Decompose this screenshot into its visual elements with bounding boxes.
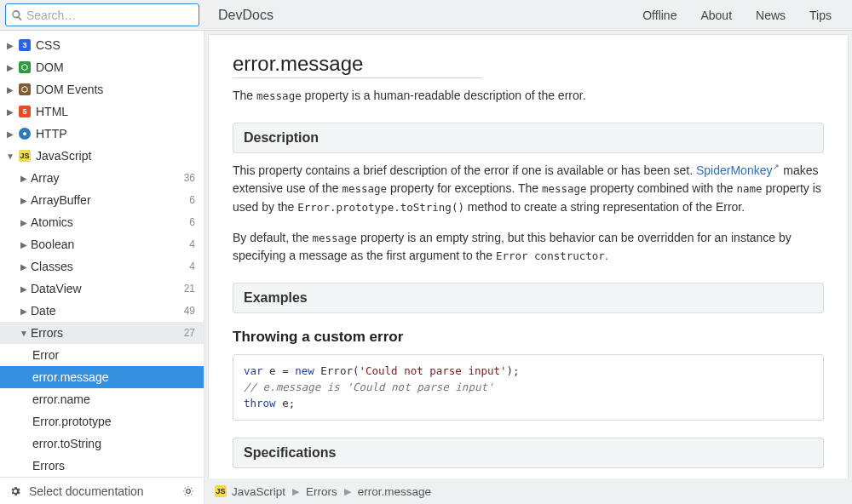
dom-icon: ⬡ [17, 61, 32, 73]
sidebar-item-label: JavaScript [36, 149, 195, 163]
sidebar-footer-label: Select documentation [29, 484, 144, 498]
sidebar-item-dataview[interactable]: ▶ DataView 21 [0, 278, 204, 300]
chevron-down-icon: ▼ [3, 152, 17, 161]
example-subheading: Throwing a custom error [233, 329, 824, 346]
content-area: error.message The message property is a … [204, 31, 852, 504]
content-scroll[interactable]: error.message The message property is a … [208, 34, 849, 478]
error-constructor-link[interactable]: Error constructor [496, 249, 605, 262]
select-documentation-button[interactable]: Select documentation [0, 477, 204, 504]
sidebar-item-arraybuffer[interactable]: ▶ ArrayBuffer 6 [0, 189, 204, 211]
sidebar-item-array[interactable]: ▶ Array 36 [0, 167, 204, 189]
sidebar-item-label: Classes [31, 260, 189, 273]
sidebar-item-error[interactable]: Error [0, 344, 204, 366]
specifications-heading: Specifications [233, 438, 824, 468]
breadcrumb: JS JavaScript ▶ Errors ▶ error.message [204, 478, 852, 504]
js-icon: JS [215, 485, 227, 497]
nav-about[interactable]: About [700, 9, 732, 22]
dom-events-icon: ⬡ [17, 83, 32, 95]
sidebar-item-error-message[interactable]: error.message [0, 366, 204, 388]
sidebar-item-date[interactable]: ▶ Date 49 [0, 300, 204, 322]
search-wrapper [0, 0, 204, 30]
count-badge: 27 [184, 327, 195, 339]
sidebar: ▶ 3 CSS ▶ ⬡ DOM ▶ ⬡ DOM Events ▶ 5 HTML … [0, 31, 204, 504]
http-icon: ● [17, 128, 32, 140]
breadcrumb-part[interactable]: Errors [306, 485, 337, 498]
sidebar-item-label: DataView [31, 282, 184, 295]
chevron-right-icon: ▶ [17, 174, 31, 183]
header: DevDocs Offline About News Tips [0, 0, 852, 31]
sidebar-item-label: Boolean [31, 238, 189, 251]
sidebar-item-http[interactable]: ▶ ● HTTP [0, 123, 204, 145]
svg-point-0 [187, 489, 191, 493]
sidebar-item-html[interactable]: ▶ 5 HTML [0, 100, 204, 123]
sidebar-item-label: DOM [36, 60, 195, 74]
nav-offline[interactable]: Offline [642, 9, 676, 22]
sidebar-item-boolean[interactable]: ▶ Boolean 4 [0, 233, 204, 255]
count-badge: 6 [189, 194, 195, 206]
count-badge: 49 [184, 305, 195, 317]
tostring-link[interactable]: Error.prototype.toString() [297, 200, 464, 214]
sidebar-item-dom-events[interactable]: ▶ ⬡ DOM Events [0, 78, 204, 100]
search-input[interactable] [23, 9, 193, 22]
header-nav: Offline About News Tips [642, 9, 852, 22]
sidebar-item-error-tostring[interactable]: error.toString [0, 432, 204, 455]
breadcrumb-part[interactable]: JavaScript [232, 485, 285, 498]
sidebar-item-label: error.toString [32, 437, 195, 450]
sidebar-item-label: CSS [36, 38, 195, 52]
nav-news[interactable]: News [756, 9, 786, 22]
chevron-right-icon: ▶ [3, 63, 17, 72]
sidebar-item-label: Array [31, 171, 184, 185]
chevron-right-icon: ▶ [17, 284, 31, 294]
sidebar-item-error-prototype[interactable]: Error.prototype [0, 410, 204, 432]
sidebar-item-label: Error.prototype [32, 415, 195, 428]
css-icon: 3 [17, 39, 32, 51]
sidebar-item-label: ArrayBuffer [31, 193, 189, 207]
count-badge: 4 [189, 261, 195, 272]
sidebar-item-dom[interactable]: ▶ ⬡ DOM [0, 56, 204, 78]
sidebar-item-classes[interactable]: ▶ Classes 4 [0, 255, 204, 278]
main: ▶ 3 CSS ▶ ⬡ DOM ▶ ⬡ DOM Events ▶ 5 HTML … [0, 31, 852, 504]
intro-paragraph: The message property is a human-readable… [233, 87, 824, 106]
sidebar-item-label: Error [32, 348, 195, 362]
sidebar-item-label: HTTP [36, 127, 195, 140]
examples-heading: Examples [233, 283, 824, 313]
description-heading: Description [233, 123, 824, 153]
sidebar-item-label: error.message [32, 370, 195, 384]
chevron-right-icon: ▶ [17, 240, 31, 249]
spidermonkey-link[interactable]: SpiderMonkey [696, 163, 780, 177]
name-prop-link[interactable]: name [737, 181, 763, 195]
sidebar-item-label: HTML [36, 105, 195, 118]
search-box[interactable] [5, 3, 199, 26]
description-paragraph-2: By default, the message property is an e… [233, 229, 824, 266]
gear-icon [9, 485, 22, 497]
nav-tips[interactable]: Tips [809, 9, 832, 22]
sidebar-item-label: error.name [32, 392, 195, 406]
html-icon: 5 [17, 106, 32, 117]
sidebar-scroll[interactable]: ▶ 3 CSS ▶ ⬡ DOM ▶ ⬡ DOM Events ▶ 5 HTML … [0, 31, 204, 477]
chevron-right-icon: ▶ [344, 486, 351, 497]
theme-toggle-icon[interactable] [181, 485, 195, 497]
search-icon [11, 9, 23, 21]
sidebar-item-error-name[interactable]: error.name [0, 388, 204, 410]
sidebar-item-label: Atomics [31, 215, 189, 229]
sidebar-item-label: Errors [31, 326, 184, 340]
sidebar-item-javascript[interactable]: ▼ JS JavaScript [0, 145, 204, 167]
sidebar-item-label: Date [31, 304, 184, 318]
breadcrumb-current: error.message [358, 485, 431, 498]
chevron-right-icon: ▶ [3, 41, 17, 50]
code-block: var e = new Error('Could not parse input… [233, 354, 824, 421]
chevron-down-icon: ▼ [17, 329, 31, 338]
sidebar-item-atomics[interactable]: ▶ Atomics 6 [0, 211, 204, 233]
chevron-right-icon: ▶ [17, 218, 31, 227]
chevron-right-icon: ▶ [17, 262, 31, 272]
count-badge: 6 [189, 216, 195, 228]
page-title: error.message [233, 52, 824, 78]
js-icon: JS [17, 150, 32, 162]
sidebar-item-errors-list[interactable]: Errors [0, 455, 204, 477]
sidebar-item-css[interactable]: ▶ 3 CSS [0, 34, 204, 56]
brand: DevDocs [204, 8, 273, 23]
chevron-right-icon: ▶ [292, 486, 299, 497]
count-badge: 36 [184, 172, 195, 184]
count-badge: 4 [189, 238, 195, 250]
sidebar-item-errors[interactable]: ▼ Errors 27 [0, 322, 204, 344]
